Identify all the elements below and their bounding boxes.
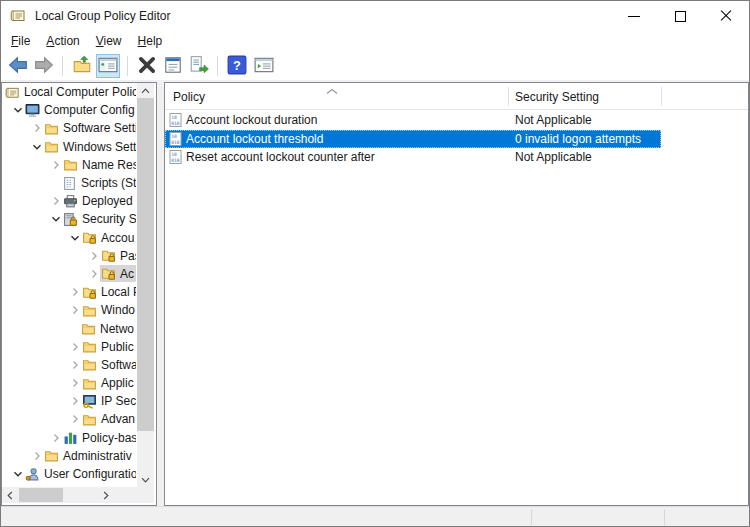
chevron-right-icon[interactable]: [69, 304, 81, 316]
menu-item-help[interactable]: Help: [130, 31, 171, 52]
chevron-right-icon[interactable]: [50, 159, 62, 171]
export-list-button[interactable]: [187, 54, 211, 78]
policy-row-account-lockout-duration[interactable]: 10010Account lockout durationNot Applica…: [165, 111, 748, 130]
tree-item-name-res[interactable]: Name Res: [2, 156, 136, 174]
close-button[interactable]: [703, 1, 749, 31]
policy-list: 10010Account lockout durationNot Applica…: [165, 111, 748, 167]
policy-row-account-lockout-threshold[interactable]: 10010Account lockout threshold0 invalid …: [165, 130, 661, 149]
menu-item-file[interactable]: File: [3, 31, 38, 52]
tree-item-deployed[interactable]: Deployed: [2, 192, 136, 210]
scroll-down-button[interactable]: [137, 472, 154, 487]
sort-ascending-icon: [325, 84, 339, 98]
delete-button[interactable]: [135, 54, 159, 78]
scroll-right-button[interactable]: [99, 487, 113, 503]
security-setting-value: Not Applicable: [515, 150, 592, 164]
chevron-right-icon[interactable]: [31, 122, 43, 134]
folder-lock-icon: [101, 248, 116, 263]
tree-item-label: Name Res: [82, 158, 136, 172]
new-window-button[interactable]: [252, 54, 276, 78]
forward-button[interactable]: [32, 54, 56, 78]
tree-item-computer-config[interactable]: Computer Config: [2, 101, 136, 119]
chevron-right-icon[interactable]: [50, 195, 62, 207]
chevron-right-icon[interactable]: [69, 395, 81, 407]
tree-item-content: IP Secu: [81, 393, 136, 410]
vertical-scrollbar-thumb[interactable]: [137, 98, 154, 431]
user-icon: [25, 467, 40, 482]
column-header-security-setting[interactable]: Security Setting: [515, 90, 599, 104]
chevron-right-icon[interactable]: [69, 413, 81, 425]
tree-item-label: Computer Config: [44, 103, 135, 117]
chevron-down-icon[interactable]: [69, 232, 81, 244]
tree-item-netwo[interactable]: Netwo: [2, 319, 136, 337]
tree-item-label: Accou: [101, 231, 134, 245]
scroll-left-button[interactable]: [3, 487, 17, 503]
console-tree-icon: [98, 55, 118, 78]
tree-item-label: Netwo: [100, 322, 134, 336]
tree-item-local-p[interactable]: Local P: [2, 283, 136, 301]
chevron-right-icon[interactable]: [69, 359, 81, 371]
tree-item-label: User Configuratio: [44, 467, 136, 481]
tree-item-security-se[interactable]: Security Se: [2, 210, 136, 228]
maximize-button[interactable]: [657, 1, 703, 31]
security-setting-value: 0 invalid logon attempts: [515, 132, 641, 146]
policy-row-reset-account-lockout-counter-after[interactable]: 10010Reset account lockout counter after…: [165, 148, 748, 167]
chevron-right-icon[interactable]: [69, 286, 81, 298]
policy-list-pane: Policy Security Setting 10010Account loc…: [164, 82, 749, 506]
tree-item-windo[interactable]: Windo: [2, 301, 136, 319]
tree-item-label: Local Computer Polic: [24, 85, 136, 99]
svg-text:10: 10: [171, 115, 177, 120]
tree-item-scripts-sta[interactable]: Scripts (Sta: [2, 174, 136, 192]
tree-item-content: Local P: [81, 284, 136, 301]
tree-item-applic[interactable]: Applic: [2, 374, 136, 392]
tree-item-windows-sett[interactable]: Windows Sett: [2, 138, 136, 156]
folder-icon: [82, 357, 97, 372]
chevron-right-icon[interactable]: [88, 250, 100, 262]
chevron-down-icon[interactable]: [31, 141, 43, 153]
horizontal-scrollbar-thumb[interactable]: [19, 488, 63, 502]
column-separator[interactable]: [661, 87, 662, 106]
menu-item-view[interactable]: View: [88, 31, 130, 52]
tree-item-pas[interactable]: Pas: [2, 247, 136, 265]
chevron-right-icon[interactable]: [69, 341, 81, 353]
folder-lock-icon: [82, 230, 97, 245]
tree-item-label: Ac: [120, 267, 134, 281]
svg-text:?: ?: [233, 57, 241, 72]
up-one-level-button[interactable]: [70, 54, 94, 78]
tree-item-administrativ[interactable]: Administrativ: [2, 447, 136, 465]
tree-item-advan[interactable]: Advan: [2, 410, 136, 428]
forward-arrow-icon: [34, 55, 54, 78]
tree-item-public[interactable]: Public: [2, 338, 136, 356]
chevron-right-icon[interactable]: [31, 450, 43, 462]
tree-item-label: Advan: [101, 412, 135, 426]
tree-item-user-configuratio[interactable]: User Configuratio: [2, 465, 136, 483]
tree-item-content: Public: [81, 338, 136, 355]
tree-item-policy-bas[interactable]: Policy-bas: [2, 429, 136, 447]
column-header-policy[interactable]: Policy: [173, 90, 205, 104]
tree-item-ip-secu[interactable]: IP Secu: [2, 392, 136, 410]
chevron-down-icon[interactable]: [12, 468, 24, 480]
properties-button[interactable]: [161, 54, 185, 78]
tree-item-accou[interactable]: Accou: [2, 229, 136, 247]
tree-item-ac[interactable]: Ac: [2, 265, 136, 283]
tree-horizontal-scrollbar[interactable]: [2, 487, 154, 503]
folder-icon: [82, 376, 97, 391]
column-separator[interactable]: [508, 87, 509, 106]
printer-icon: [63, 194, 78, 209]
tree-item-local-computer-polic[interactable]: Local Computer Polic: [2, 83, 136, 101]
local-group-policy-editor-window: Local Group Policy Editor FileActionView…: [0, 0, 750, 527]
chevron-right-icon[interactable]: [50, 432, 62, 444]
scroll-up-button[interactable]: [137, 83, 154, 98]
show-console-tree-button[interactable]: [96, 54, 120, 78]
menu-item-action[interactable]: Action: [38, 31, 87, 52]
tree-vertical-scrollbar[interactable]: [137, 83, 154, 487]
chevron-right-icon[interactable]: [69, 377, 81, 389]
tree-item-softwa[interactable]: Softwa: [2, 356, 136, 374]
tree-item-content: Scripts (Sta: [61, 175, 136, 192]
chevron-down-icon[interactable]: [50, 213, 62, 225]
chevron-down-icon[interactable]: [12, 104, 24, 116]
help-button[interactable]: ?: [225, 54, 249, 78]
tree-item-software-setti[interactable]: Software Setti: [2, 119, 136, 137]
minimize-button[interactable]: [611, 1, 657, 31]
back-button[interactable]: [6, 54, 30, 78]
chevron-right-icon[interactable]: [88, 268, 100, 280]
